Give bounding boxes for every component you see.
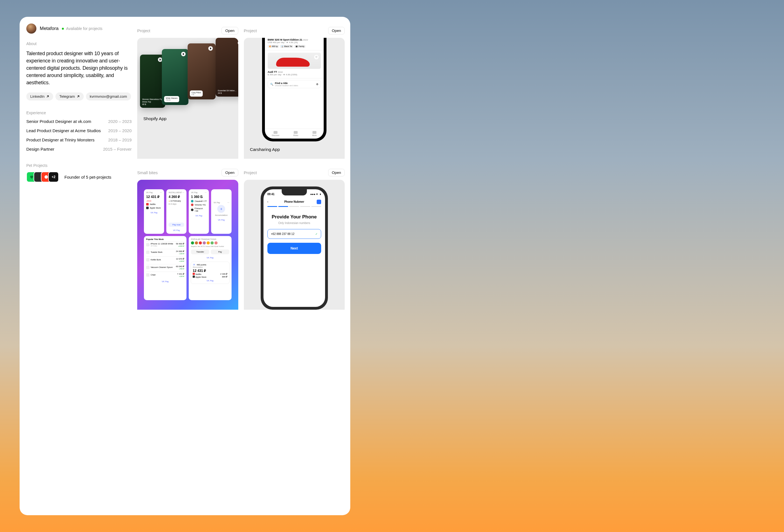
- project-title: Shopify App: [137, 111, 238, 128]
- bio-text: Talented product designer with 10 years …: [26, 50, 132, 86]
- project-phone-number: Project Open 09:41 ●●● ᯤ ▮ ‹: [244, 164, 345, 310]
- linkedin-link[interactable]: LinkedIn: [26, 92, 53, 101]
- filter-icon: ⚙: [316, 83, 318, 86]
- play-icon: [181, 52, 186, 56]
- shopify-mock: Women Sleeveless Piper Dress Top 80 $ Wh…: [137, 38, 238, 111]
- subheading: Only Indonesian numbers: [268, 222, 321, 225]
- widget-accumulation: VK Pay⋯ + Accumulation VK Pay: [211, 189, 231, 234]
- project-small-bites: Small bites Open VK Pay⋯ 12 431 ₽ -2213 …: [137, 164, 238, 310]
- pet-project-icons: +2: [26, 172, 59, 182]
- project-shopify: Project Open Women Sleeveless Piper Dres…: [137, 22, 238, 159]
- profile-header: Metafora Avaliable for projects: [26, 24, 132, 34]
- arrow-up-right-icon: [77, 95, 80, 98]
- phone-mock: 09:41 ●●● ᯤ ▮ ‹ Phone Nubmer: [261, 187, 328, 310]
- open-button[interactable]: Open: [328, 27, 345, 34]
- next-button: Next: [268, 243, 321, 254]
- project-section-label: Project: [244, 170, 257, 175]
- back-icon: ‹: [268, 200, 268, 203]
- contact-links: LinkedIn Telegram kvrmvnov@gmail.com: [26, 92, 132, 101]
- open-button[interactable]: Open: [222, 169, 238, 176]
- tab-bar: Discover Rides More: [265, 129, 324, 139]
- status-dot-icon: [62, 28, 64, 30]
- widget-balance: VK Pay⋯ 12 431 ₽ -2213 Netflix Apple Sto…: [144, 189, 164, 234]
- pet-projects-row: +2 Founder of 5 pet-projects: [26, 172, 132, 182]
- status-text: Avaliable for projects: [66, 26, 103, 31]
- more-icon: [312, 131, 316, 134]
- check-icon: ✓: [315, 232, 317, 235]
- phone-notch: [282, 189, 307, 195]
- progress-bar: [268, 206, 321, 207]
- experience-label: Experience: [26, 111, 132, 115]
- email-link[interactable]: kvrmvnov@gmail.com: [86, 92, 131, 101]
- profile-name: Metafora: [40, 26, 58, 31]
- shop-card: Women Sleeveless Piper Dress Top 80 $: [140, 55, 165, 108]
- avatar: [26, 24, 36, 34]
- shop-card: Cozy Pillow 4 $: [188, 44, 216, 100]
- project-carsharing: Project Open BMW 320i M Sport Edition 21…: [244, 22, 345, 159]
- open-button[interactable]: Open: [328, 169, 345, 176]
- experience-item: Design Partner 2015 – Forever: [26, 147, 132, 151]
- profile-sidebar: Metafora Avaliable for projects About Ta…: [25, 22, 132, 510]
- app-logo-icon: [317, 200, 321, 204]
- experience-list: Senior Product Designer at vk.com 2020 –…: [26, 119, 132, 151]
- widgets-mock: VK Pay⋯ 12 431 ₽ -2213 Netflix Apple Sto…: [137, 180, 238, 310]
- projects-grid: Project Open Women Sleeveless Piper Dres…: [137, 22, 345, 510]
- project-section-label: Project: [137, 28, 150, 33]
- widget-transactions: POPULAR TRANSACTIONS MegaFon Alex MCTS V…: [189, 236, 231, 301]
- widget-popular: Popular This Week iPhone 11 128GB White1…: [144, 236, 187, 301]
- widget-points: VK Pay⋯ 1 360 Б Сашенй +77 Victoria +51 …: [189, 189, 209, 234]
- phone-input: +62 888 237 88 12 ✓: [268, 229, 321, 239]
- project-section-label: Small bites: [137, 170, 158, 175]
- play-icon: [208, 46, 213, 51]
- phone-mock: BMW 320i M Sport Edition 21 2022 US$ 460…: [262, 38, 327, 141]
- shop-card: Essential Oil Vetive… 24 $: [216, 38, 238, 96]
- project-title: Carsharing App: [244, 141, 345, 159]
- heart-icon: [29, 175, 34, 179]
- heart-icon: ♡: [314, 55, 319, 59]
- open-button[interactable]: Open: [222, 27, 238, 34]
- experience-item: Product Designer at Triniry Monsters 201…: [26, 138, 132, 142]
- widget-installment: INSTALLMENT⋯ 4 260 ₽ ● 14 February in 8 …: [166, 189, 187, 234]
- pet-projects-text: Founder of 5 pet-projects: [64, 175, 111, 179]
- experience-item: Senior Product Designer at vk.com 2020 –…: [26, 119, 132, 124]
- signal-wifi-battery-icon: ●●● ᯤ ▮: [310, 193, 321, 196]
- portfolio-card: Metafora Avaliable for projects About Ta…: [20, 17, 350, 515]
- pet-icon-more: +2: [48, 172, 59, 182]
- play-icon: [238, 40, 238, 45]
- about-label: About: [26, 41, 132, 46]
- car-icon: [274, 131, 278, 134]
- arrow-up-right-icon: [46, 95, 49, 98]
- heading: Provide Your Phone: [268, 214, 321, 220]
- shop-card: White Glasses 720 $: [162, 49, 189, 105]
- experience-item: Lead Product Designer at Acme Studios 20…: [26, 128, 132, 133]
- pet-projects-label: Pet Projects: [26, 163, 132, 168]
- search-icon: 🔍: [270, 83, 273, 86]
- rides-icon: [294, 131, 298, 134]
- project-section-label: Project: [244, 28, 257, 33]
- availability-status: Avaliable for projects: [62, 26, 103, 31]
- telegram-link[interactable]: Telegram: [55, 92, 84, 101]
- search-bar: 🔍 Find a ride Choose location and dates …: [268, 80, 321, 88]
- nav-title: Phone Nubmer: [284, 200, 304, 203]
- plus-icon: +: [217, 205, 225, 213]
